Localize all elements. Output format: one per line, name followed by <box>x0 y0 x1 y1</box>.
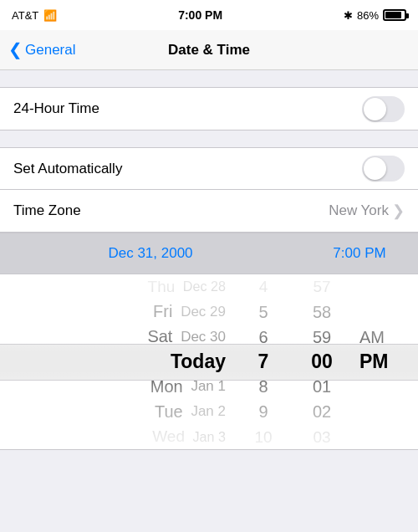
picker-date-row-0: Thu Dec 28 <box>148 274 226 299</box>
battery-icon <box>383 9 406 21</box>
date-day-1: Fri <box>153 302 172 321</box>
timezone-value: New York ❯ <box>329 202 405 220</box>
picker-date-row-3: Today <box>171 350 226 375</box>
row-set-automatically: Set Automatically <box>0 148 418 190</box>
picker-ampm-2: AM <box>359 325 385 350</box>
toggle-24hour[interactable] <box>362 96 405 122</box>
wifi-icon: 📶 <box>43 9 57 22</box>
date-monthday-6: Jan 3 <box>189 429 226 445</box>
picker-drum[interactable]: Thu Dec 28 Fri Dec 29 Sat Dec 30 Today M… <box>0 274 418 450</box>
picker-hour-1: 5 <box>258 299 268 325</box>
picker-ampm-5 <box>359 399 364 424</box>
row-timezone[interactable]: Time Zone New York ❯ <box>0 190 418 232</box>
picker-hour-4: 8 <box>258 374 268 399</box>
picker-date-row-5: Tue Jan 2 <box>155 399 226 424</box>
section-gap-2 <box>0 130 418 147</box>
date-day-6: Wed <box>152 427 185 446</box>
picker-min-1: 58 <box>313 299 331 325</box>
chevron-right-icon: ❯ <box>392 202 405 220</box>
back-button[interactable]: ❮ General <box>8 42 75 59</box>
group-24hour: 24-Hour Time <box>0 87 418 130</box>
label-timezone: Time Zone <box>13 202 81 219</box>
date-monthday-2: Dec 30 <box>176 329 226 345</box>
picker-ampm-6 <box>359 424 364 449</box>
label-set-automatically: Set Automatically <box>13 161 122 177</box>
carrier-label: AT&T <box>12 9 38 22</box>
picker-hour-2: 6 <box>258 325 268 350</box>
picker-hour-5: 9 <box>258 399 268 424</box>
nav-bar: ❮ General Date & Time <box>0 30 418 70</box>
picker-ampm-0 <box>359 274 364 299</box>
picker-min-2: 59 <box>313 325 331 350</box>
date-monthday-5: Jan 2 <box>187 403 226 420</box>
picker-header: Dec 31, 2000 7:00 PM <box>0 233 418 274</box>
picker-min-0: 57 <box>313 274 330 299</box>
status-time: 7:00 PM <box>178 8 222 22</box>
picker-header-time: 7:00 PM <box>301 245 418 262</box>
date-day-0: Thu <box>148 278 176 296</box>
battery-label: 86% <box>357 9 379 22</box>
timezone-text: New York <box>329 202 389 219</box>
picker-date-row-4: Mon Jan 1 <box>150 374 226 399</box>
picker-min-5: 02 <box>313 399 331 424</box>
picker-hour-0: 4 <box>259 274 268 299</box>
page-title: Date & Time <box>168 42 250 59</box>
status-left: AT&T 📶 <box>12 9 57 22</box>
picker-min-4: 01 <box>313 374 331 399</box>
picker-hour-6: 10 <box>254 424 272 449</box>
picker-hour-3: 7 <box>258 350 269 375</box>
picker-col-ampm: AM PM <box>351 274 418 449</box>
picker-col-min: 57 58 59 00 01 02 03 <box>293 274 351 449</box>
date-day-4: Mon <box>150 377 183 396</box>
group-auto-timezone: Set Automatically Time Zone New York ❯ <box>0 147 418 233</box>
back-label: General <box>25 42 75 59</box>
date-monthday-0: Dec 28 <box>179 279 226 294</box>
label-24hour: 24-Hour Time <box>13 100 99 117</box>
date-day-3: Today <box>171 350 226 373</box>
toggle-set-automatically[interactable] <box>362 156 405 182</box>
toggle-knob-auto <box>364 157 386 180</box>
section-gap-1 <box>0 70 418 87</box>
picker-col-date: Thu Dec 28 Fri Dec 29 Sat Dec 30 Today M… <box>0 274 234 449</box>
picker-date-row-1: Fri Dec 29 <box>153 299 226 325</box>
row-24hour: 24-Hour Time <box>0 88 418 130</box>
picker-min-6: 03 <box>313 424 330 449</box>
picker-ampm-1 <box>359 299 364 325</box>
date-monthday-1: Dec 29 <box>176 304 226 320</box>
picker-ampm-3: PM <box>359 350 389 375</box>
chevron-left-icon: ❮ <box>8 41 23 58</box>
picker-ampm-4 <box>359 374 364 399</box>
picker-min-3: 00 <box>311 350 333 375</box>
bluetooth-icon: ✱ <box>344 9 353 22</box>
picker-header-date: Dec 31, 2000 <box>0 245 301 262</box>
picker-date-row-6: Wed Jan 3 <box>152 424 226 449</box>
picker-date-row-2: Sat Dec 30 <box>147 325 226 350</box>
date-day-5: Tue <box>155 402 183 422</box>
picker-col-hour: 4 5 6 7 8 9 10 <box>234 274 293 449</box>
date-monthday-4: Jan 1 <box>187 378 226 395</box>
status-bar: AT&T 📶 7:00 PM ✱ 86% <box>0 0 418 30</box>
toggle-knob-24hour <box>364 98 386 120</box>
date-day-2: Sat <box>147 327 172 346</box>
status-right: ✱ 86% <box>344 9 406 22</box>
